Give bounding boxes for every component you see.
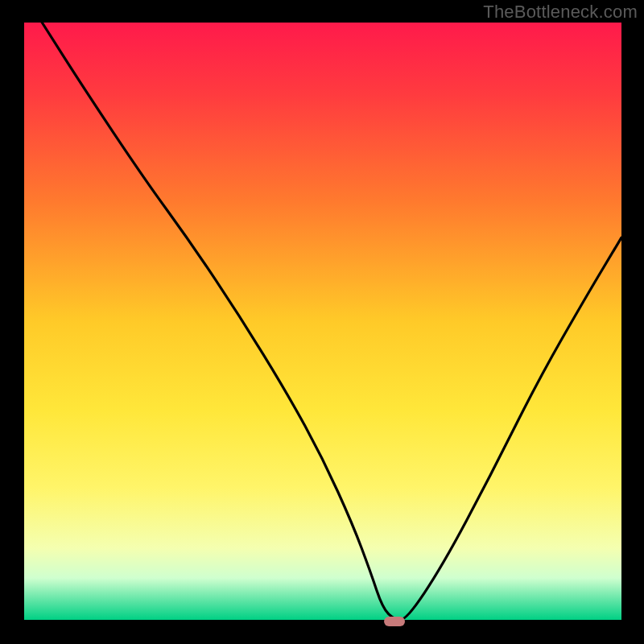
optimum-marker: [384, 617, 405, 626]
watermark-text: TheBottleneck.com: [483, 2, 638, 23]
bottleneck-chart: [0, 0, 644, 644]
chart-container: TheBottleneck.com: [0, 0, 644, 644]
chart-plot-area: [24, 23, 621, 620]
